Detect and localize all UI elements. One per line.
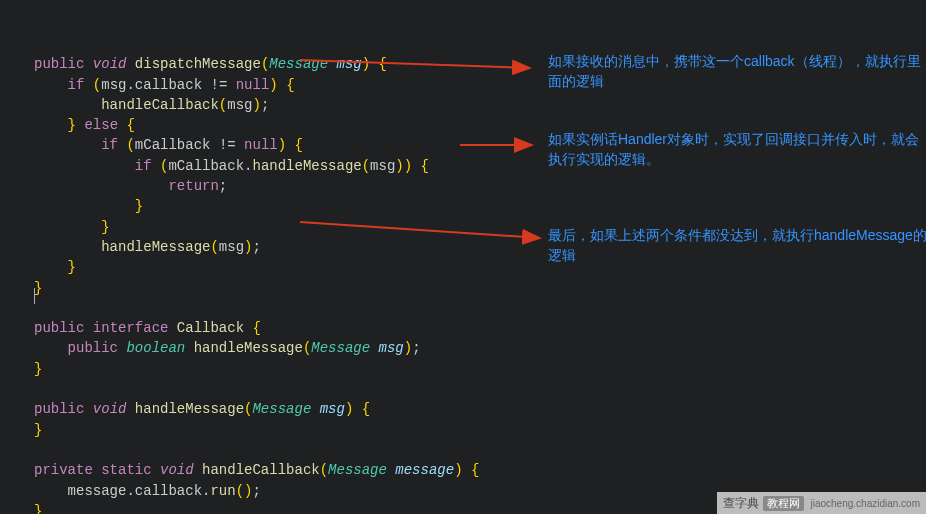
svg-line-1 [300, 60, 530, 68]
annotation-2: 如果实例话Handler对象时，实现了回调接口并传入时，就会执行实现的逻辑。 [548, 130, 926, 169]
watermark: 查字典 教程网 jiaocheng.chazidian.com [717, 492, 926, 514]
code-block: public void dispatchMessage(Message msg)… [34, 34, 894, 514]
arrow-icon [460, 138, 540, 152]
arrow-icon [300, 56, 540, 76]
svg-line-5 [300, 222, 540, 238]
watermark-url: jiaocheng.chazidian.com [810, 498, 920, 509]
annotation-3: 最后，如果上述两个条件都没达到，就执行handleMessage的逻辑 [548, 226, 926, 265]
watermark-brand: 查字典 [723, 495, 759, 512]
watermark-badge: 教程网 [763, 496, 804, 511]
text-cursor [34, 288, 35, 304]
annotation-1: 如果接收的消息中，携带这一个callback（线程），就执行里面的逻辑 [548, 52, 926, 91]
arrow-icon [300, 218, 548, 242]
